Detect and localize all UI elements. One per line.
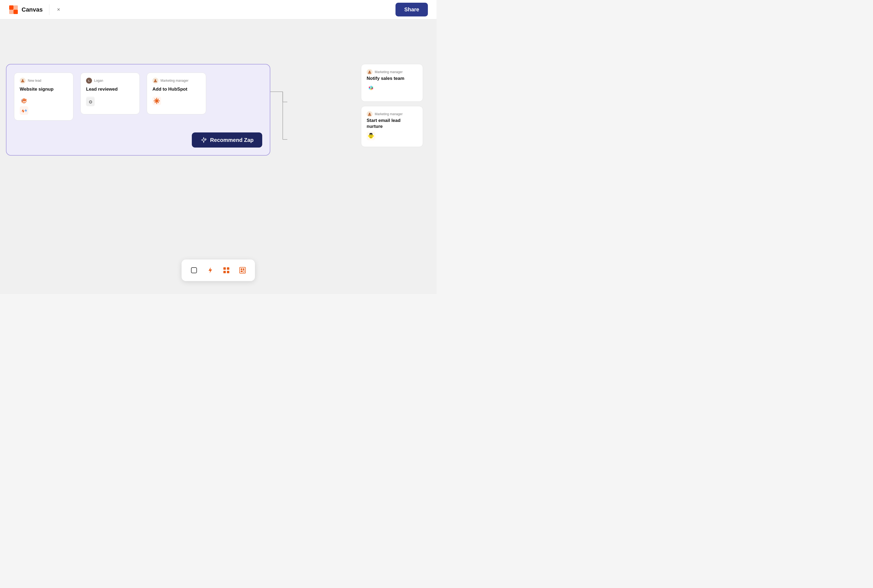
hubspot-title: Add to HubSpot <box>152 86 201 92</box>
svg-text:⊙: ⊙ <box>89 99 92 104</box>
toolbar-canvas-button[interactable] <box>236 263 249 277</box>
svg-rect-3 <box>14 10 18 14</box>
shape-icon <box>190 267 198 274</box>
hubspot-app-icon <box>152 96 161 105</box>
toolbar-shape-button[interactable] <box>187 263 201 277</box>
zapier-transfer-icon <box>20 96 28 105</box>
svg-rect-56 <box>243 270 244 272</box>
bottom-toolbar <box>182 260 255 281</box>
signup-title: Website signup <box>20 86 68 92</box>
toolbar-zap-button[interactable] <box>203 263 217 277</box>
svg-rect-46 <box>369 134 373 135</box>
svg-point-41 <box>372 135 372 136</box>
signup-icon-area <box>20 96 68 115</box>
email-icon-area <box>367 132 417 141</box>
svg-rect-33 <box>370 89 372 90</box>
header-left: Canvas × <box>9 4 61 15</box>
svg-rect-31 <box>370 86 372 87</box>
cards-row: New lead Website signup <box>14 72 262 121</box>
notify-role: Marketing manager <box>375 70 402 74</box>
notify-title: Notify sales team <box>367 75 417 81</box>
marketing-mgr-avatar-3 <box>367 111 373 117</box>
svg-rect-2 <box>9 10 14 14</box>
notify-icon-area <box>367 84 417 93</box>
email-nurture-card[interactable]: Marketing manager Start email lead nurtu… <box>361 106 423 147</box>
card-header-email: Marketing manager <box>367 111 417 117</box>
lead-title: Lead reviewed <box>86 86 134 92</box>
new-lead-avatar <box>20 78 26 84</box>
card-header-hubspot: Marketing manager <box>152 78 201 84</box>
zapier-logo-icon <box>9 5 18 15</box>
website-signup-card[interactable]: New lead Website signup <box>14 72 74 121</box>
hubspot-role: Marketing manager <box>160 79 188 82</box>
canvas-icon <box>239 267 246 274</box>
svg-rect-35 <box>372 88 373 89</box>
person-icon-2 <box>153 79 157 82</box>
svg-rect-0 <box>9 5 14 10</box>
card-header-signup: New lead <box>20 78 68 84</box>
svg-point-44 <box>372 135 374 137</box>
marketing-mgr-avatar-1 <box>152 78 158 84</box>
lead-reviewed-card[interactable]: L Logan Lead reviewed <box>80 72 140 114</box>
email-role: Marketing manager <box>375 112 402 116</box>
slack-app-icon <box>367 84 375 92</box>
svg-rect-47 <box>191 268 196 273</box>
signup-role: New lead <box>28 79 41 82</box>
svg-point-40 <box>370 135 370 136</box>
svg-rect-34 <box>369 88 370 89</box>
recommend-zap-label: Recommend Zap <box>210 137 254 143</box>
svg-rect-48 <box>224 267 226 270</box>
recommend-zap-button[interactable]: Recommend Zap <box>192 132 262 147</box>
svg-point-43 <box>368 135 370 137</box>
email-title: Start email lead nurture <box>367 118 417 129</box>
grid-icon <box>223 267 230 274</box>
svg-rect-55 <box>241 270 242 272</box>
svg-rect-32 <box>372 87 373 88</box>
connector-lines <box>0 20 436 294</box>
header: Canvas × Share <box>0 0 436 20</box>
svg-rect-54 <box>243 268 244 270</box>
notify-sales-card[interactable]: Marketing manager Notify sales team <box>361 64 423 102</box>
svg-rect-1 <box>14 5 18 10</box>
person-icon <box>21 79 24 82</box>
app-title: Canvas <box>22 6 43 13</box>
toolbar-grid-button[interactable] <box>219 263 233 277</box>
mailchimp-app-icon <box>367 132 375 140</box>
hubspot-card[interactable]: Marketing manager Add to HubSpot <box>147 72 206 114</box>
person-icon-4 <box>368 112 372 116</box>
zap-icon <box>206 267 214 274</box>
right-cards-container: Marketing manager Notify sales team <box>361 64 423 147</box>
main-workflow-group: New lead Website signup <box>6 64 270 156</box>
sparkle-icon <box>201 137 207 143</box>
svg-rect-53 <box>241 268 242 270</box>
lead-role: Logan <box>94 79 103 82</box>
svg-rect-30 <box>369 87 370 88</box>
transfer-app-icon <box>20 106 28 115</box>
svg-rect-52 <box>240 267 246 273</box>
svg-rect-49 <box>227 267 229 270</box>
marketing-mgr-avatar-2 <box>367 69 373 75</box>
logo: Canvas <box>9 5 43 15</box>
logan-avatar: L <box>86 78 92 84</box>
header-divider <box>49 4 50 15</box>
hubspot-icon-area <box>152 96 201 106</box>
share-button[interactable]: Share <box>396 3 428 16</box>
openai-logo: ⊙ <box>86 98 95 106</box>
card-header-notify: Marketing manager <box>367 69 417 75</box>
person-icon-3 <box>368 70 372 74</box>
svg-rect-51 <box>227 271 229 273</box>
svg-rect-50 <box>224 271 226 273</box>
lead-icon-area: ⊙ <box>86 96 134 106</box>
card-header-lead: L Logan <box>86 78 134 84</box>
canvas-area: New lead Website signup <box>0 20 436 294</box>
svg-rect-36 <box>370 87 372 89</box>
close-icon[interactable]: × <box>56 5 61 14</box>
